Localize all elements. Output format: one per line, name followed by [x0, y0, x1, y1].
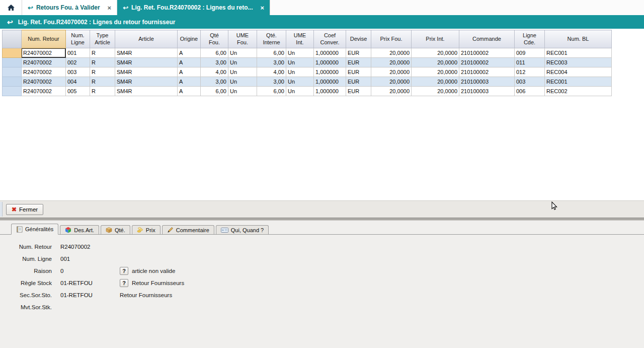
- cell[interactable]: 20,0000: [371, 48, 412, 58]
- row-selector[interactable]: [3, 87, 22, 96]
- cell[interactable]: 1,000000: [314, 58, 346, 67]
- column-header-num[interactable]: Num. Ligne: [66, 30, 90, 48]
- cell[interactable]: A: [178, 58, 201, 67]
- cell[interactable]: 20,0000: [412, 48, 459, 58]
- column-header-article[interactable]: Article: [115, 30, 178, 48]
- cell[interactable]: A: [178, 67, 201, 77]
- cell[interactable]: 003: [66, 67, 90, 77]
- cell[interactable]: R24070002: [22, 87, 66, 96]
- cell[interactable]: 1,000000: [314, 87, 346, 96]
- table-row[interactable]: R24070002001RSM4RA6,00Un6,00Un1,000000EU…: [3, 48, 612, 58]
- detail-tab-qt[interactable]: Qté.: [101, 225, 130, 234]
- cell[interactable]: R: [90, 77, 115, 87]
- cell[interactable]: 210100002: [459, 58, 515, 67]
- cell[interactable]: 1,000000: [314, 67, 346, 77]
- column-header-ume[interactable]: UME Int.: [286, 30, 314, 48]
- cell[interactable]: 002: [66, 58, 90, 67]
- cell[interactable]: 011: [515, 58, 545, 67]
- detail-tab-g-n-ralit-s[interactable]: Généralités: [11, 224, 58, 235]
- table-row[interactable]: R24070002003RSM4RA4,00Un4,00Un1,000000EU…: [3, 67, 612, 77]
- detail-tab-prix[interactable]: Prix: [132, 225, 160, 234]
- cell[interactable]: SM4R: [115, 67, 178, 77]
- cell[interactable]: EUR: [346, 87, 371, 96]
- cell[interactable]: EUR: [346, 67, 371, 77]
- cell[interactable]: REC003: [545, 58, 612, 67]
- cell[interactable]: 6,00: [257, 87, 286, 96]
- cell[interactable]: 3,00: [201, 77, 228, 87]
- cell[interactable]: 1,000000: [314, 48, 346, 58]
- row-selector[interactable]: [3, 77, 22, 87]
- cell[interactable]: R: [90, 48, 115, 58]
- cell[interactable]: 6,00: [201, 48, 228, 58]
- tab-home[interactable]: [0, 0, 22, 15]
- fermer-button[interactable]: ✖ Fermer: [6, 204, 43, 215]
- cell[interactable]: 004: [66, 77, 90, 87]
- cell[interactable]: 20,0000: [371, 58, 412, 67]
- cell[interactable]: Un: [286, 58, 314, 67]
- cell[interactable]: SM4R: [115, 48, 178, 58]
- help-button[interactable]: ?: [120, 279, 128, 287]
- cell[interactable]: Un: [286, 48, 314, 58]
- detail-tab-qui-quand[interactable]: Qui, Quand ?: [216, 225, 269, 234]
- cell[interactable]: 3,00: [201, 58, 228, 67]
- cell[interactable]: R24070002: [22, 58, 66, 67]
- cell[interactable]: R: [90, 87, 115, 96]
- cell[interactable]: 4,00: [257, 67, 286, 77]
- splitter-grip[interactable]: [0, 202, 3, 217]
- cell[interactable]: Un: [286, 87, 314, 96]
- column-header-ume[interactable]: UME Fou.: [228, 30, 257, 48]
- detail-tab-commentaire[interactable]: Commentaire: [162, 225, 214, 234]
- table-row[interactable]: R24070002002RSM4RA3,00Un3,00Un1,000000EU…: [3, 58, 612, 67]
- cell[interactable]: R24070002: [22, 77, 66, 87]
- cell[interactable]: 20,0000: [371, 77, 412, 87]
- cell[interactable]: 20,0000: [371, 67, 412, 77]
- cell[interactable]: Un: [228, 77, 257, 87]
- tab-retours-fou-a-valider[interactable]: ↩ Retours Fou. à Valider ×: [22, 0, 117, 15]
- cell[interactable]: A: [178, 87, 201, 96]
- cell[interactable]: EUR: [346, 77, 371, 87]
- cell[interactable]: 1,000000: [314, 77, 346, 87]
- cell[interactable]: REC001: [545, 77, 612, 87]
- cell[interactable]: REC001: [545, 48, 612, 58]
- column-header-commande[interactable]: Commande: [459, 30, 515, 48]
- column-header-origine[interactable]: Origine: [178, 30, 201, 48]
- cell[interactable]: Un: [286, 77, 314, 87]
- row-selector[interactable]: [3, 58, 22, 67]
- cell[interactable]: 012: [515, 67, 545, 77]
- cell[interactable]: REC004: [545, 67, 612, 77]
- table-row[interactable]: R24070002005RSM4RA6,00Un6,00Un1,000000EU…: [3, 87, 612, 96]
- column-header-qt[interactable]: Qté Fou.: [201, 30, 228, 48]
- cell[interactable]: 005: [66, 87, 90, 96]
- cell[interactable]: 6,00: [201, 87, 228, 96]
- cell[interactable]: Un: [228, 67, 257, 77]
- cell[interactable]: R: [90, 58, 115, 67]
- column-header-type[interactable]: Type Article: [90, 30, 115, 48]
- cell[interactable]: 20,0000: [412, 87, 459, 96]
- close-icon[interactable]: ×: [261, 4, 265, 12]
- cell[interactable]: 210100003: [459, 87, 515, 96]
- cell[interactable]: SM4R: [115, 58, 178, 67]
- detail-tab-des-art[interactable]: Des.Art.: [60, 225, 99, 234]
- cell[interactable]: 20,0000: [412, 77, 459, 87]
- column-header-coef[interactable]: Coef Conver.: [314, 30, 346, 48]
- cell[interactable]: Un: [228, 87, 257, 96]
- row-selector[interactable]: [3, 48, 22, 58]
- cell[interactable]: Un: [286, 67, 314, 77]
- cell[interactable]: R: [90, 67, 115, 77]
- cell[interactable]: R24070002: [22, 48, 66, 58]
- cell[interactable]: 20,0000: [371, 87, 412, 96]
- cell[interactable]: 20,0000: [412, 67, 459, 77]
- column-header-num-bl[interactable]: Num. BL: [545, 30, 612, 48]
- cell[interactable]: R24070002: [22, 67, 66, 77]
- cell[interactable]: EUR: [346, 48, 371, 58]
- close-icon[interactable]: ×: [108, 4, 112, 12]
- help-button[interactable]: ?: [120, 267, 128, 275]
- cell[interactable]: EUR: [346, 58, 371, 67]
- column-header-ligne[interactable]: Ligne Cde.: [515, 30, 545, 48]
- cell[interactable]: SM4R: [115, 87, 178, 96]
- cell[interactable]: 20,0000: [412, 58, 459, 67]
- row-selector[interactable]: [3, 67, 22, 77]
- tab-lignes-du-retour[interactable]: ↩ Lig. Ret. Fou.R24070002 : Lignes du re…: [117, 0, 270, 15]
- cell[interactable]: A: [178, 77, 201, 87]
- cell[interactable]: A: [178, 48, 201, 58]
